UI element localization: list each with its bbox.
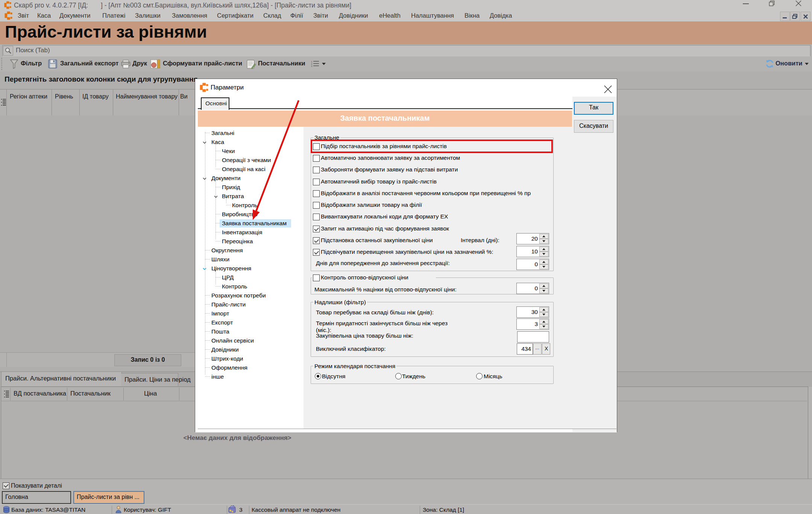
svg-text:3: 3	[311, 65, 313, 67]
